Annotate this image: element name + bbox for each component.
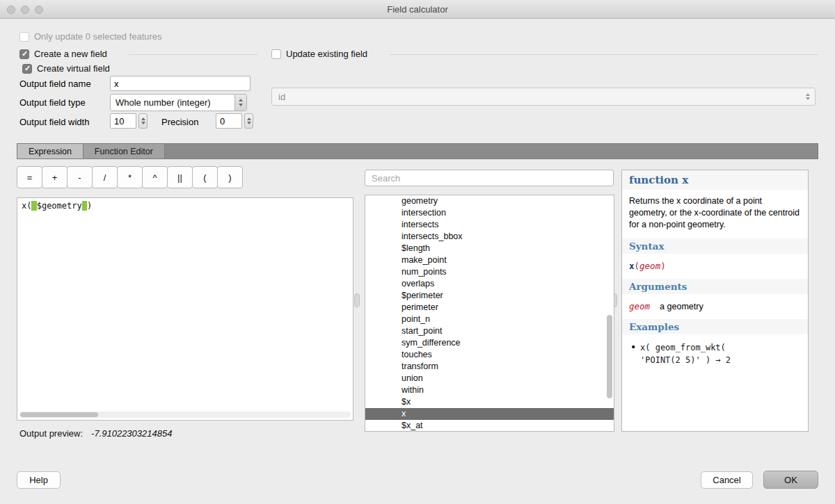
example-line-1: x( geom_from_wkt( — [640, 341, 802, 354]
window-minimize-button[interactable] — [21, 6, 29, 14]
function-list-item[interactable]: overlaps — [365, 278, 614, 290]
operator-plus-button[interactable]: + — [42, 166, 67, 188]
bracket-highlight-icon — [82, 201, 87, 211]
operator-buttons: = + - / * ^ || ( ) — [17, 166, 242, 188]
arrow-up-icon — [247, 117, 251, 120]
only-update-label: Only update 0 selected features — [34, 31, 162, 42]
function-list-item[interactable]: num_points — [365, 266, 614, 278]
create-virtual-field-checkbox[interactable]: Create virtual field — [22, 63, 110, 74]
expression-text: x( $geometry ) — [22, 201, 92, 211]
operator-concat-button[interactable]: || — [167, 166, 193, 188]
splitter-handle-left[interactable] — [354, 293, 360, 307]
existing-field-value: id — [272, 92, 801, 102]
operator-close-paren-button[interactable]: ) — [217, 166, 243, 188]
operator-equals-button[interactable]: = — [17, 166, 42, 188]
cancel-button[interactable]: Cancel — [701, 471, 753, 489]
output-preview-label: Output preview: — [19, 428, 83, 439]
expression-editor[interactable]: x( $geometry ) — [17, 197, 353, 421]
output-field-name-label: Output field name — [19, 79, 91, 89]
function-list-item[interactable]: within — [365, 384, 614, 396]
title-bar: Field calculator — [0, 0, 835, 19]
example-line-2: 'POINT(2 5)' ) → 2 — [640, 354, 802, 366]
function-list-item[interactable]: touches — [365, 349, 614, 361]
function-list-item[interactable]: make_point — [365, 254, 614, 266]
output-field-width-input[interactable] — [110, 113, 136, 129]
tab-function-editor[interactable]: Function Editor — [84, 144, 165, 158]
output-field-type-label: Output field type — [19, 97, 86, 108]
function-list-item[interactable]: $x — [365, 396, 614, 408]
arrow-down-icon — [247, 122, 251, 124]
stepper-icon[interactable] — [234, 95, 246, 111]
arrow-down-icon — [141, 122, 145, 124]
output-preview-value: -7.91022303214854 — [91, 428, 172, 439]
chevron-up-icon — [806, 93, 810, 96]
argument-name: geom — [629, 301, 650, 311]
help-argument-row: geom a geometry — [622, 294, 808, 314]
help-syntax-heading: Syntax — [622, 238, 808, 254]
ok-button[interactable]: OK — [763, 471, 818, 489]
window-title: Field calculator — [387, 4, 447, 15]
function-list-item[interactable]: sym_difference — [365, 337, 614, 349]
tab-expression[interactable]: Expression — [17, 144, 84, 158]
function-list-item[interactable]: $perimeter — [365, 290, 614, 302]
function-list-item[interactable]: transform — [365, 361, 614, 373]
function-list-item[interactable]: union — [365, 373, 614, 384]
function-list-item[interactable]: $length — [365, 243, 614, 254]
checkbox-unchecked-icon — [19, 32, 29, 42]
chevron-down-icon — [806, 97, 810, 100]
arrow-up-icon — [141, 117, 145, 120]
help-button[interactable]: Help — [17, 471, 61, 489]
update-existing-field-checkbox[interactable]: Update existing field — [271, 49, 367, 59]
scrollbar-thumb[interactable] — [20, 412, 98, 417]
existing-field-combobox[interactable]: id — [271, 88, 816, 106]
group-divider — [129, 54, 257, 55]
group-divider — [390, 54, 818, 55]
width-stepper[interactable] — [138, 113, 148, 129]
function-list-item[interactable]: intersects — [365, 219, 614, 231]
function-list-item[interactable]: intersects_bbox — [365, 231, 614, 243]
create-new-field-checkbox[interactable]: Create a new field — [19, 49, 107, 59]
operator-power-button[interactable]: ^ — [142, 166, 168, 188]
function-list-item[interactable]: geometry — [365, 195, 614, 207]
create-virtual-field-label: Create virtual field — [37, 63, 110, 74]
operator-minus-button[interactable]: - — [67, 166, 93, 188]
only-update-checkbox[interactable]: Only update 0 selected features — [19, 31, 162, 42]
tab-bar: Expression Function Editor — [17, 143, 818, 159]
function-list-item[interactable]: perimeter — [365, 302, 614, 314]
checkbox-unchecked-icon — [271, 49, 281, 59]
function-list-item[interactable]: intersection — [365, 207, 614, 219]
checkbox-checked-icon — [22, 64, 32, 74]
help-title: function x — [622, 170, 808, 190]
help-arguments-heading: Arguments — [622, 279, 808, 294]
horizontal-scrollbar[interactable] — [19, 412, 351, 418]
arrow-down-icon — [239, 104, 243, 106]
function-list-item[interactable]: start_point — [365, 325, 614, 337]
arrow-up-icon — [239, 99, 243, 101]
help-examples-heading: Examples — [622, 319, 808, 334]
function-help-panel: function x Returns the x coordinate of a… — [621, 170, 809, 432]
operator-open-paren-button[interactable]: ( — [192, 166, 218, 188]
precision-stepper[interactable] — [244, 113, 253, 129]
function-list-item-selected[interactable]: x — [365, 408, 614, 420]
output-preview: Output preview:-7.91022303214854 — [19, 428, 172, 439]
function-list: geometry intersection intersects interse… — [365, 195, 614, 432]
output-field-name-input[interactable] — [110, 76, 250, 91]
output-field-width-label: Output field width — [19, 117, 89, 127]
output-field-type-combobox[interactable]: Whole number (integer) — [110, 94, 247, 111]
operator-multiply-button[interactable]: * — [117, 166, 143, 188]
bracket-highlight-icon — [31, 201, 36, 211]
chevron-up-down-icon — [801, 93, 815, 100]
window-zoom-button[interactable] — [35, 6, 43, 14]
vertical-scrollbar-thumb[interactable] — [607, 315, 612, 398]
field-calculator-dialog: Field calculator Only update 0 selected … — [0, 0, 835, 504]
output-field-type-value: Whole number (integer) — [111, 97, 234, 108]
update-existing-field-label: Update existing field — [286, 49, 367, 59]
precision-input[interactable] — [216, 113, 242, 129]
help-description: Returns the x coordinate of a point geom… — [622, 190, 808, 234]
function-list-item[interactable]: $x_at — [365, 420, 614, 432]
operator-divide-button[interactable]: / — [92, 166, 118, 188]
window-close-button[interactable] — [7, 6, 15, 14]
function-search-input[interactable] — [365, 170, 614, 186]
function-list-item[interactable]: point_n — [365, 314, 614, 325]
precision-label: Precision — [161, 117, 198, 127]
